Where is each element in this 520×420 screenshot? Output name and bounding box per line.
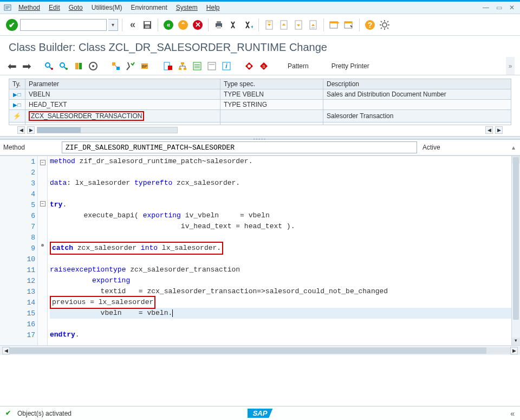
col-typespec[interactable]: Type spec. xyxy=(220,79,323,89)
syntax-check-icon[interactable] xyxy=(124,60,137,73)
find-icon[interactable] xyxy=(227,18,240,31)
svg-point-37 xyxy=(51,68,53,70)
line-gutter[interactable]: 123 456 789 101112 131415 1617 xyxy=(0,156,38,345)
editor-hscroll-track[interactable] xyxy=(10,347,510,354)
exception-icon: ⚡ xyxy=(13,112,21,120)
svg-rect-53 xyxy=(179,68,181,70)
toolbar-overflow[interactable]: » xyxy=(506,57,515,75)
menu-system[interactable]: System xyxy=(172,2,202,13)
svg-rect-46 xyxy=(116,67,120,70)
display-object-icon[interactable] xyxy=(43,60,56,73)
status-collapse-icon[interactable]: « xyxy=(510,409,515,418)
save-icon[interactable] xyxy=(141,18,154,31)
svg-rect-45 xyxy=(112,62,115,66)
code-editor[interactable]: method zif_dr_salesord_runtime_patch~sal… xyxy=(48,156,511,345)
editor-vscroll[interactable]: ▴ ▾ xyxy=(511,156,520,345)
page-down-icon[interactable] xyxy=(292,18,305,31)
svg-text:BP: BP xyxy=(142,64,148,69)
svg-rect-42 xyxy=(79,63,82,69)
fold-column[interactable]: − − xyxy=(38,156,48,345)
sap-logo: SAP xyxy=(248,409,273,418)
svg-text:⌃: ⌃ xyxy=(180,21,186,29)
svg-rect-12 xyxy=(217,26,221,29)
app-menu-icon[interactable] xyxy=(3,3,12,12)
svg-point-64 xyxy=(248,64,251,68)
close-button[interactable]: ✕ xyxy=(507,3,517,12)
svg-rect-59 xyxy=(208,62,216,70)
col-parameter[interactable]: Parameter xyxy=(25,79,220,89)
insert-icon[interactable] xyxy=(161,60,174,73)
table-row[interactable]: ▶□ VBELN TYPE VBELN Sales and Distributi… xyxy=(9,89,511,100)
enter-button[interactable]: ✔ xyxy=(5,18,18,31)
svg-rect-19 xyxy=(311,28,315,28)
hscroll-right2[interactable]: ▶ xyxy=(495,126,503,134)
shortcut-icon[interactable] xyxy=(342,18,355,31)
splitter[interactable]: ▪▪▪▪▪ xyxy=(0,136,520,139)
col-ty[interactable]: Ty. xyxy=(9,79,25,89)
other-object-icon[interactable] xyxy=(205,60,218,73)
table-row[interactable]: ⚡ ZCX_SALESORDER_TRANSACTION Salesorder … xyxy=(9,110,511,122)
nav-back-icon[interactable]: ⬅ xyxy=(5,60,18,73)
menu-help[interactable]: Help xyxy=(202,2,224,13)
breakpoint-icon[interactable]: BP xyxy=(139,60,152,73)
menu-edit[interactable]: Edit xyxy=(44,2,64,13)
find-next-icon[interactable]: + xyxy=(242,18,255,31)
pretty-printer-button[interactable]: Pretty Printer xyxy=(326,61,375,72)
catch-highlight: catch zcx_salesorder into lx_salesorder. xyxy=(50,242,223,255)
menu-utilities[interactable]: Utilities(M) xyxy=(87,2,127,13)
svg-rect-21 xyxy=(330,22,337,23)
command-field[interactable] xyxy=(20,19,107,31)
cancel-icon[interactable]: ✕ xyxy=(191,18,204,31)
page-up-icon[interactable] xyxy=(277,18,290,31)
svg-text:+: + xyxy=(251,24,253,30)
exit-icon[interactable]: ⌃ xyxy=(177,18,190,31)
maximize-button[interactable]: ▭ xyxy=(494,3,504,12)
bp-session-icon[interactable]: S xyxy=(257,60,270,73)
back-icon[interactable]: « xyxy=(162,18,175,31)
svg-rect-2 xyxy=(145,22,150,24)
svg-rect-11 xyxy=(217,21,221,23)
check-syntax-icon[interactable] xyxy=(57,60,70,73)
menu-environment[interactable]: Environment xyxy=(126,2,171,13)
svg-text:?: ? xyxy=(368,21,373,29)
page-last-icon[interactable] xyxy=(307,18,320,31)
info-icon[interactable]: i xyxy=(220,60,233,73)
svg-line-32 xyxy=(387,28,388,29)
hierarchy-icon[interactable] xyxy=(176,60,189,73)
status-message: Object(s) activated xyxy=(17,410,72,417)
nav-forward-icon[interactable]: ➡ xyxy=(20,60,33,73)
table-row[interactable]: ▶□ HEAD_TEXT TYPE STRING xyxy=(9,100,511,110)
pattern-button[interactable]: Pattern xyxy=(282,61,314,72)
hscroll-track[interactable] xyxy=(37,127,178,133)
page-title: Class Builder: Class ZCL_DR_SALESORDER_R… xyxy=(0,36,520,57)
minimize-button[interactable]: — xyxy=(481,3,491,12)
test-icon[interactable] xyxy=(87,60,100,73)
page-first-icon[interactable] xyxy=(263,18,276,31)
import-icon: ▶□ xyxy=(13,102,21,108)
activate-icon[interactable] xyxy=(72,60,85,73)
svg-rect-23 xyxy=(344,22,352,23)
svg-point-35 xyxy=(46,63,50,67)
print-icon[interactable] xyxy=(212,18,225,31)
svg-line-31 xyxy=(381,21,382,22)
menu-goto[interactable]: Goto xyxy=(64,2,87,13)
bp-set-icon[interactable] xyxy=(243,60,256,73)
list-icon[interactable] xyxy=(191,60,204,73)
hscroll-left[interactable]: ◀ xyxy=(17,126,25,134)
svg-rect-54 xyxy=(184,68,186,70)
settings-icon[interactable] xyxy=(378,18,391,31)
editor-hscroll-left[interactable]: ◀ xyxy=(2,347,10,354)
hscroll-right[interactable]: ▶ xyxy=(27,126,35,134)
menu-method[interactable]: Method xyxy=(14,2,44,13)
method-name-field[interactable] xyxy=(62,141,417,153)
new-session-icon[interactable] xyxy=(328,18,341,31)
help-icon[interactable]: ? xyxy=(363,18,376,31)
hscroll-left2[interactable]: ◀ xyxy=(485,126,493,134)
svg-point-40 xyxy=(66,68,68,70)
where-used-icon[interactable] xyxy=(109,60,122,73)
col-description[interactable]: Description xyxy=(323,79,511,89)
back-double-icon[interactable]: « xyxy=(126,18,139,31)
command-dropdown[interactable]: ▾ xyxy=(108,19,118,31)
editor-hscroll-right[interactable]: ▶ xyxy=(510,347,518,354)
svg-text:S: S xyxy=(262,64,265,69)
